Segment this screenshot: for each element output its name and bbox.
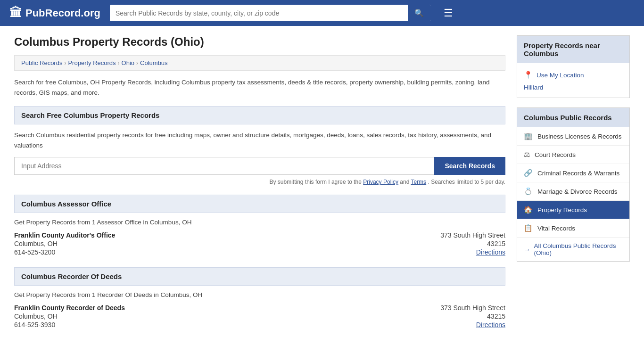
use-my-location[interactable]: 📍 Use My Location [524,68,623,82]
recorder-section-header: Columbus Recorder Of Deeds [14,267,505,286]
sidebar-item-vital-records[interactable]: 📋 Vital Records [517,219,629,237]
search-icon: 🔍 [414,9,424,17]
breadcrumb-sep-2: › [118,60,120,66]
office-city: Columbus, OH [14,240,402,247]
table-row: Franklin County Recorder of Deeds Columb… [14,304,505,329]
link-icon: 🔗 [524,169,533,177]
header-search-wrapper: 🔍 [110,5,430,21]
privacy-policy-link[interactable]: Privacy Policy [363,179,398,185]
all-records-label: All Columbus Public Records (Ohio) [534,242,623,256]
sidebar-item-business-licenses[interactable]: 🏢 Business Licenses & Records [517,127,629,146]
office-info: Franklin County Recorder of Deeds Columb… [14,304,402,329]
office-info: Franklin County Auditor's Office Columbu… [14,231,402,256]
header-search-button[interactable]: 🔍 [408,5,430,21]
sidebar-records-box: Columbus Public Records 🏢 Business Licen… [517,107,630,262]
recorder-section: Columbus Recorder Of Deeds Get Property … [14,267,505,329]
sidebar-records-list: 🏢 Business Licenses & Records ⚖ Court Re… [517,127,629,237]
office-name: Franklin County Recorder of Deeds [14,304,402,312]
site-logo[interactable]: 🏛 PubRecord.org [9,6,100,20]
office-zip: 43215 [411,313,505,320]
sidebar-item-court-records[interactable]: ⚖ Court Records [517,146,629,164]
page-description: Search for free Columbus, OH Property Re… [14,77,505,98]
assessor-section: Columbus Assessor Office Get Property Re… [14,195,505,256]
form-disclaimer: By submitting this form I agree to the P… [14,179,505,185]
sidebar-item-label: Marriage & Divorce Records [537,188,618,195]
office-address: 373 South High Street 43215 Directions [411,304,505,329]
sidebar-records-header: Columbus Public Records [517,108,629,127]
disclaimer-and: and [400,179,411,185]
header-menu-button[interactable]: ☰ [440,5,457,21]
scales-icon: ⚖ [524,150,530,159]
home-icon: 🏠 [524,206,533,214]
office-street: 373 South High Street [411,304,505,312]
sidebar-item-criminal-records[interactable]: 🔗 Criminal Records & Warrants [517,164,629,182]
disclaimer-limit: . Searches limited to 5 per day. [428,179,505,185]
search-section-header: Search Free Columbus Property Records [14,106,505,124]
directions-link[interactable]: Directions [476,248,505,256]
sidebar-item-label: Property Records [537,206,587,214]
terms-link[interactable]: Terms [411,179,426,185]
breadcrumb-columbus[interactable]: Columbus [140,59,168,66]
page-title: Columbus Property Records (Ohio) [14,35,505,49]
sidebar-item-label: Court Records [535,151,576,158]
main-container: Columbus Property Records (Ohio) Public … [0,26,644,349]
arrow-right-icon: → [524,246,530,253]
address-search-row: Search Records [14,157,505,175]
assessor-desc: Get Property Records from 1 Assessor Off… [14,219,505,226]
breadcrumb: Public Records › Property Records › Ohio… [14,55,505,71]
breadcrumb-sep-1: › [64,60,66,66]
office-zip: 43215 [411,240,505,247]
breadcrumb-ohio[interactable]: Ohio [122,59,134,66]
ring-icon: 💍 [524,187,533,196]
office-name: Franklin County Auditor's Office [14,231,402,239]
use-location-label: Use My Location [537,72,584,79]
sidebar-item-property-records[interactable]: 🏠 Property Records [517,201,629,219]
breadcrumb-public-records[interactable]: Public Records [21,59,62,66]
table-row: Franklin County Auditor's Office Columbu… [14,231,505,256]
recorder-desc: Get Property Records from 1 Recorder Of … [14,291,505,298]
office-phone: 614-525-3200 [14,248,402,256]
site-header: 🏛 PubRecord.org 🔍 ☰ [0,0,644,26]
breadcrumb-property-records[interactable]: Property Records [68,59,116,66]
sidebar-nearby-box: Property Records near Columbus 📍 Use My … [517,35,630,98]
sidebar-nearby-hilliard[interactable]: Hilliard [524,82,623,93]
breadcrumb-sep-3: › [136,60,138,66]
sidebar-nearby-header: Property Records near Columbus [517,36,629,63]
logo-icon: 🏛 [9,6,22,20]
office-street: 373 South High Street [411,231,505,239]
sidebar-item-marriage-divorce[interactable]: 💍 Marriage & Divorce Records [517,182,629,201]
content-area: Columbus Property Records (Ohio) Public … [14,35,505,340]
address-input[interactable] [14,157,434,175]
sidebar-item-label: Vital Records [537,225,575,232]
sidebar-item-label: Business Licenses & Records [537,133,622,140]
office-city: Columbus, OH [14,313,402,320]
location-pin-icon: 📍 [524,71,533,79]
logo-text: PubRecord.org [25,7,100,19]
search-section: Search Free Columbus Property Records Se… [14,106,505,185]
assessor-section-header: Columbus Assessor Office [14,195,505,213]
disclaimer-text: By submitting this form I agree to the [270,179,362,185]
office-address: 373 South High Street 43215 Directions [411,231,505,256]
briefcase-icon: 🏢 [524,132,533,140]
header-search-input[interactable] [110,6,408,21]
directions-link[interactable]: Directions [476,321,505,329]
sidebar-nearby-content: 📍 Use My Location Hilliard [517,63,629,98]
search-description: Search Columbus residential property rec… [14,130,505,150]
clipboard-icon: 📋 [524,224,533,232]
office-phone: 614-525-3930 [14,321,402,329]
sidebar: Property Records near Columbus 📍 Use My … [517,35,630,340]
menu-icon: ☰ [444,7,453,19]
sidebar-all-public-records-link[interactable]: → All Columbus Public Records (Ohio) [517,237,629,261]
sidebar-item-label: Criminal Records & Warrants [537,170,619,177]
search-records-button[interactable]: Search Records [434,157,505,175]
